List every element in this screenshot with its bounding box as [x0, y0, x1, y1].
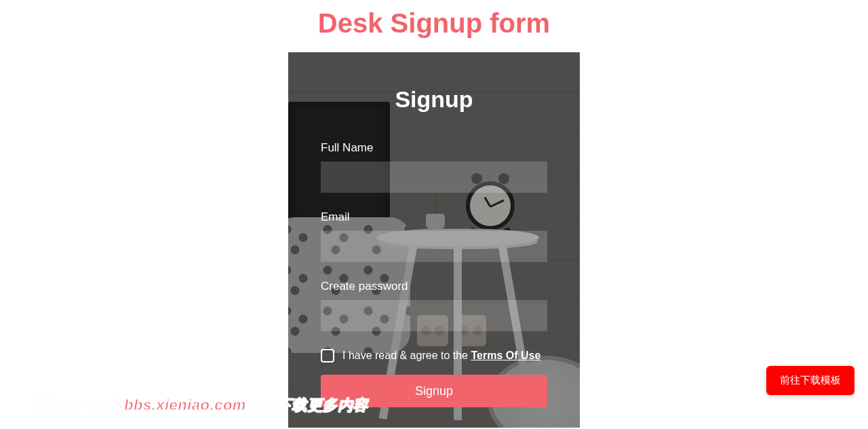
password-input[interactable] [321, 300, 547, 331]
field-full-name: Full Name [321, 141, 547, 193]
card-title: Signup [321, 86, 547, 113]
email-input[interactable] [321, 231, 547, 262]
full-name-label: Full Name [321, 141, 547, 155]
signup-card: Signup Full Name Email Create password I… [288, 52, 580, 428]
watermark-text: 访问血鸟社区bbs.xieniao.com免费下载更多内容 [33, 395, 368, 415]
agree-row: I have read & agree to the Terms Of Use [321, 349, 547, 362]
terms-link[interactable]: Terms Of Use [471, 350, 540, 361]
field-password: Create password [321, 280, 547, 331]
field-email: Email [321, 210, 547, 262]
download-template-button[interactable]: 前往下载模板 [766, 366, 854, 395]
email-label: Email [321, 210, 547, 224]
agree-prefix: I have read & agree to the [342, 350, 471, 361]
agree-text: I have read & agree to the Terms Of Use [342, 350, 540, 362]
password-label: Create password [321, 280, 547, 293]
page-title: Desk Signup form [0, 0, 868, 52]
agree-checkbox[interactable] [321, 349, 334, 362]
full-name-input[interactable] [321, 162, 547, 193]
